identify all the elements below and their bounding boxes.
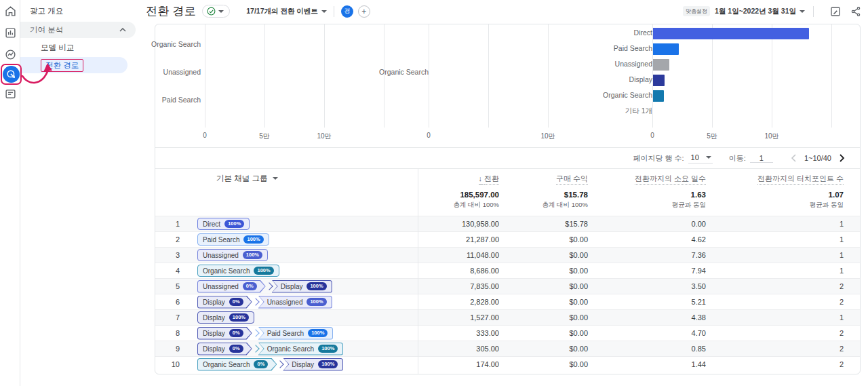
sort-arrow-icon: ↓ (479, 174, 483, 185)
channel-path: Display0%Unassigned100% (189, 296, 418, 309)
days-value: 7.94 (588, 267, 706, 275)
annotation-box-menu-item: 전환 경로 (41, 59, 83, 72)
table-row[interactable]: 1 Direct100% 130,958.00 $15.78 0.00 1 (155, 216, 860, 231)
path-segment: Paid Search100% (258, 327, 334, 340)
add-comparison-button[interactable]: + (358, 5, 370, 18)
table-row[interactable]: 4 Organic Search100% 8,686.00 $0.00 7.94… (155, 263, 860, 278)
explore-icon[interactable] (5, 49, 16, 60)
dimension-header[interactable]: 기본 채널 그룹 (189, 174, 418, 184)
table-header-row: 기본 채널 그룹 ↓전환 구매 수익 전환까지의 소요 일수 전환까지의 터치포… (155, 169, 860, 188)
goto-page-input[interactable] (750, 154, 773, 163)
path-segment: Unassigned100% (258, 296, 332, 309)
data-quality-badge[interactable] (202, 5, 230, 18)
days-value: 7.36 (588, 251, 706, 259)
path-segment: Unassigned100% (197, 249, 268, 261)
touchpoints-value: 1 (706, 220, 844, 228)
credit-pct-badge: 100% (243, 235, 263, 244)
revenue-value: $0.00 (499, 345, 588, 353)
column-header-conversions[interactable]: ↓전환 (418, 174, 499, 184)
sidebar-section-label: 기여 분석 (30, 25, 63, 35)
chevron-down-icon (800, 10, 805, 13)
column-header-touchpoints[interactable]: 전환까지의 터치포인트 수 (706, 174, 844, 184)
path-segment: Paid Search100% (197, 233, 269, 246)
rows-per-page-select[interactable]: 10 (688, 153, 713, 163)
touchpoints-value: 2 (706, 298, 844, 306)
days-value: 4.62 (588, 235, 706, 244)
credit-pct-badge: 0% (229, 345, 243, 353)
credit-pct-badge: 100% (243, 251, 262, 259)
path-segment: Display0% (197, 327, 252, 340)
table-row[interactable]: 3 Unassigned100% 11,048.00 $0.00 7.36 1 (155, 247, 860, 263)
table-row[interactable]: 8 Display0%Paid Search100% 333.00 $0.00 … (155, 325, 860, 341)
edit-report-icon[interactable] (830, 6, 841, 17)
table-row[interactable]: 10 Organic Search0%Display100% 174.00 $0… (155, 356, 860, 372)
table-row[interactable]: 6 Display0%Unassigned100% 2,828.00 $0.00… (155, 294, 860, 309)
library-icon[interactable] (5, 88, 16, 100)
reports-icon[interactable] (5, 27, 16, 39)
row-number: 10 (163, 360, 189, 368)
sidebar-menu: 광고 개요 기여 분석 모델 비교 전환 경로 (20, 0, 136, 386)
x-tick-label: 5만 (259, 132, 270, 141)
chevron-up-icon (119, 28, 126, 32)
chart-plot: 010만 (429, 24, 593, 128)
total-conversions: 185,597.00 (418, 191, 499, 199)
touchpoints-value: 2 (706, 282, 844, 290)
channel-path: Direct100% (189, 218, 418, 230)
divider (813, 6, 814, 17)
chart-plot: 05만10만 (205, 24, 372, 128)
advertising-icon[interactable] (3, 66, 20, 83)
channel-path: Display0%Paid Search100% (189, 327, 418, 340)
page-title: 전환 경로 (146, 3, 196, 19)
table-row[interactable]: 5 Unassigned0%Display100% 7,835.00 $0.00… (155, 278, 860, 294)
credit-pct-badge: 0% (229, 329, 243, 337)
credit-pct-badge: 100% (254, 267, 273, 275)
home-icon[interactable] (5, 5, 16, 17)
chevron-down-icon (706, 156, 711, 159)
next-page-button[interactable] (835, 152, 848, 164)
comparison-chip[interactable]: 경 (341, 5, 353, 18)
sidebar-item-model-comparison[interactable]: 모델 비교 (20, 39, 136, 56)
x-tick-label: 10만 (540, 132, 555, 141)
table-totals-row: 185,597.00총계 대비 100% $15.78총계 대비 100% 1.… (155, 188, 860, 216)
credit-pct-badge: 100% (307, 282, 326, 290)
column-header-revenue[interactable]: 구매 수익 (499, 174, 588, 184)
share-icon[interactable] (850, 6, 861, 17)
table-row[interactable]: 2 Paid Search100% 21,287.00 $0.00 4.62 1 (155, 231, 860, 247)
path-chevron-icon (253, 329, 258, 337)
page-header: 전환 경로 17/17개의 전환 이벤트 경 + 맞춤설정 1월 1일~2022… (136, 0, 868, 22)
credit-pct-badge: 0% (254, 360, 268, 368)
prev-page-button[interactable] (788, 152, 800, 164)
path-segment: Organic Search100% (258, 343, 344, 355)
revenue-value: $0.00 (499, 282, 588, 290)
divider (334, 6, 334, 17)
bar-organic-search (653, 90, 664, 102)
row-number: 8 (163, 329, 189, 337)
credit-pct-badge: 100% (307, 298, 326, 306)
table-row[interactable]: 9 Display0%Organic Search100% 305.00 $0.… (155, 341, 860, 356)
bar-direct (653, 28, 809, 39)
page-range: 1~10/40 (804, 154, 831, 162)
table-body: 1 Direct100% 130,958.00 $15.78 0.00 1 2 … (155, 216, 860, 372)
date-range-picker[interactable]: 1월 1일~2022년 3월 31일 (715, 7, 805, 16)
days-value: 0.85 (588, 345, 706, 353)
conversions-value: 2,828.00 (418, 298, 499, 306)
row-number: 3 (163, 251, 189, 259)
sidebar-item-conversion-paths[interactable]: 전환 경로 (20, 57, 127, 73)
chevron-down-icon (273, 177, 278, 180)
bar-chart-1: 05만10만Organic SearchUnassignedPaid Searc… (155, 24, 372, 148)
channel-path: Display0%Organic Search100% (189, 343, 418, 355)
channel-path: Display100% (189, 311, 418, 324)
days-value: 5.21 (588, 298, 706, 306)
path-chevron-icon (253, 345, 258, 353)
conversion-events-selector[interactable]: 17/17개의 전환 이벤트 (246, 7, 327, 16)
conversions-value: 333.00 (418, 329, 499, 337)
table-row[interactable]: 7 Display100% 1,527.00 $0.00 4.38 1 (155, 309, 860, 325)
bar-chart-3: 05만10만DirectPaid SearchUnassignedDisplay… (593, 24, 861, 148)
sidebar-item-ad-overview[interactable]: 광고 개요 (20, 0, 136, 22)
sidebar-section-attribution[interactable]: 기여 분석 (20, 22, 136, 38)
touchpoints-value: 2 (706, 329, 844, 337)
avg-days: 1.63 (588, 191, 706, 199)
column-header-days[interactable]: 전환까지의 소요 일수 (588, 174, 706, 184)
pagination-bar: 페이지당 행 수: 10 이동: 1~10/40 (155, 148, 860, 169)
conversion-paths-table: 기본 채널 그룹 ↓전환 구매 수익 전환까지의 소요 일수 전환까지의 터치포… (155, 169, 860, 374)
